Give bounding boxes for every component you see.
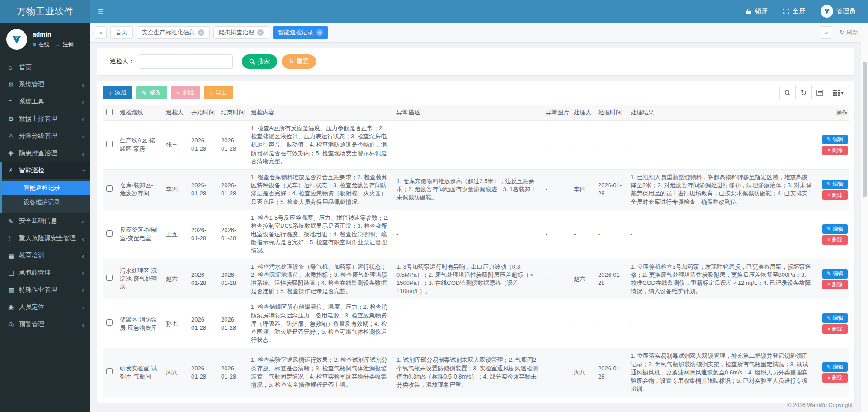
delete-row-button[interactable]: ×删除 (822, 190, 848, 200)
tab-bar-right: » ↻ 刷新 (821, 26, 858, 39)
table-panel: + 添加 ✎ 修改 × 删除 ↓ 导出 ↻ (97, 81, 854, 403)
edit-icon: ✎ (826, 136, 831, 142)
sidebar-item-system-tools[interactable]: ≡ 系统工具 ‹ (0, 93, 90, 110)
tab-hazard-inspection[interactable]: 隐患排查治理 × (213, 26, 269, 39)
close-icon[interactable]: × (257, 29, 264, 36)
pencil-icon: ✎ (8, 218, 19, 225)
export-button[interactable]: ↓ 导出 (204, 86, 233, 99)
tabs-scroll-right-button[interactable]: » (821, 26, 832, 39)
logout-link[interactable]: 注销 (63, 41, 74, 48)
row-checkbox[interactable] (106, 319, 113, 326)
chevron-left-icon: ‹ (82, 303, 84, 311)
sidebar-item-device-maintenance[interactable]: 设备维护记录 (2, 195, 90, 210)
sidebar-item-data-report[interactable]: ⚙ 数据上报管理 ‹ (0, 110, 90, 128)
top-navbar: 万物工业软件 ≡ 锁屏 全屏 管理员 (0, 0, 868, 23)
delete-button[interactable]: × 删除 (171, 86, 201, 99)
plus-icon: + (108, 90, 112, 96)
edit-icon: ✎ (142, 90, 147, 96)
warning-icon: ⚠ (8, 133, 19, 140)
cross-icon: × (827, 326, 830, 332)
chevron-left-icon: ‹ (82, 133, 84, 140)
main-content: « 首页 安全生产标准化信息 × 隐患排查治理 × 智能巡检记录 × » ↻ 刷… (90, 23, 868, 412)
sidebar-item-home[interactable]: ⌂ 首页 (0, 59, 90, 76)
row-checkbox[interactable] (106, 185, 113, 192)
sidebar-item-risk-grading[interactable]: ⚠ 分险分级管理 ‹ (0, 128, 90, 145)
copyright-footer: © 2026 WanWu Copyright (787, 402, 853, 408)
sidebar-item-contractor-mgmt[interactable]: ▤ 承包商管理 ‹ (0, 264, 90, 281)
caret-down-icon: ▾ (841, 90, 843, 95)
sidebar-item-education-training[interactable]: ▦ 教育培训 ‹ (0, 247, 90, 264)
chevron-left-icon: ‹ (82, 235, 84, 242)
edit-row-button[interactable]: ✎编辑 (822, 313, 848, 323)
delete-row-button[interactable]: ×删除 (822, 146, 848, 155)
smart-patrol-submenu: 智能巡检记录 设备维护记录 (2, 179, 90, 213)
sidebar-item-system-mgmt[interactable]: ⚙ 系统管理 ‹ (0, 76, 90, 93)
sidebar-item-warning-mgmt[interactable]: ◎ 预警管理 ‹ (0, 316, 90, 333)
edit-row-button[interactable]: ✎编辑 (822, 224, 848, 234)
edit-row-button[interactable]: ✎编辑 (822, 269, 848, 279)
sidebar-group-smart-patrol: ⚡ 智能巡检 ‹ 智能巡检记录 设备维护记录 (0, 162, 90, 213)
table-view-button[interactable] (812, 86, 828, 99)
row-checkbox[interactable] (106, 368, 113, 374)
calendar-icon: ▦ (8, 252, 19, 259)
columns-dropdown-button[interactable]: ▾ (828, 86, 849, 99)
delete-row-button[interactable]: ×删除 (822, 324, 848, 334)
grid-icon (833, 90, 840, 96)
fullscreen-button[interactable]: 全屏 (783, 7, 805, 15)
cross-icon: × (827, 375, 830, 381)
lock-icon (746, 8, 752, 15)
cross-icon: × (827, 237, 830, 243)
edit-row-button[interactable]: ✎编辑 (822, 135, 848, 144)
chevron-left-icon: ‹ (82, 286, 84, 294)
tabs-scroll-left-button[interactable]: « (95, 26, 107, 39)
table-header-row: 巡检路线 巡检人 开始时间 结束时间 巡检内容 异常描述 异常图片 处理人 处理… (103, 105, 849, 121)
row-checkbox[interactable] (106, 230, 113, 237)
sidebar-item-patrol-records[interactable]: 智能巡检记录 (2, 181, 90, 195)
edit-row-button[interactable]: ✎编辑 (822, 362, 848, 372)
row-checkbox[interactable] (106, 275, 113, 281)
sidebar-avatar (6, 29, 27, 50)
chevron-left-icon: ‹ (82, 98, 84, 106)
table-refresh-button[interactable]: ↻ (796, 86, 812, 99)
tab-home[interactable]: 首页 (110, 26, 133, 39)
list-icon: ≡ (8, 98, 19, 105)
patrol-person-input[interactable] (139, 54, 233, 69)
search-button[interactable]: 搜索 (242, 54, 277, 69)
cross-icon: × (827, 192, 830, 198)
close-icon[interactable]: × (316, 29, 323, 36)
modify-button[interactable]: ✎ 修改 (136, 86, 167, 99)
table-row: 污水处理区-沉淀池-废气处理塔 赵六 2026-01-28 2026-01-28… (103, 259, 849, 299)
sidebar-item-personnel-location[interactable]: ◉ 人员定位 ‹ (0, 298, 90, 316)
delete-row-button[interactable]: ×删除 (822, 235, 848, 245)
user-menu[interactable]: 管理员 (821, 5, 855, 18)
search-icon (249, 59, 255, 65)
edit-icon: ✎ (826, 226, 831, 232)
delete-row-button[interactable]: ×删除 (822, 280, 848, 289)
cross-icon: × (827, 147, 830, 153)
table-search-button[interactable] (779, 86, 796, 99)
sidebar-item-safety-basics[interactable]: ✎ 安全基础信息 ‹ (0, 213, 90, 230)
select-all-checkbox[interactable] (106, 109, 113, 115)
lock-screen-button[interactable]: 锁屏 (746, 7, 768, 15)
sidebar-item-major-hazard[interactable]: ! 重大危险源安全管理 ‹ (0, 230, 90, 247)
table-row: 仓库-装卸区-危废暂存间 李四 2026-01-28 2026-01-28 1.… (103, 169, 849, 210)
refresh-page-button[interactable]: ↻ 刷新 (840, 28, 858, 37)
list-view-icon (816, 90, 823, 96)
sidebar-toggle-icon[interactable]: ≡ (90, 0, 111, 23)
delete-row-button[interactable]: ×删除 (822, 373, 848, 383)
patrol-records-table: 巡检路线 巡检人 开始时间 结束时间 巡检内容 异常描述 异常图片 处理人 处理… (103, 105, 849, 397)
tab-safety-standardization[interactable]: 安全生产标准化信息 × (137, 26, 210, 39)
scrollbar[interactable] (861, 23, 868, 412)
tab-patrol-records[interactable]: 智能巡检记录 × (273, 26, 328, 39)
add-button[interactable]: + 添加 (103, 86, 132, 99)
app-brand[interactable]: 万物工业软件 (0, 0, 90, 23)
sidebar-item-special-operations[interactable]: ▦ 特殊作业管理 ‹ (0, 281, 90, 298)
scrollbar-thumb[interactable] (863, 62, 867, 197)
row-checkbox[interactable] (106, 141, 113, 147)
sidebar-item-hazard-inspection[interactable]: ✚ 隐患排查治理 ‹ (0, 145, 90, 162)
close-icon[interactable]: × (198, 29, 204, 36)
edit-icon: ✎ (826, 364, 831, 370)
sidebar-item-smart-patrol[interactable]: ⚡ 智能巡检 ‹ (2, 162, 90, 179)
reset-button[interactable]: ↻ 重置 (282, 54, 316, 69)
edit-row-button[interactable]: ✎编辑 (822, 180, 848, 189)
